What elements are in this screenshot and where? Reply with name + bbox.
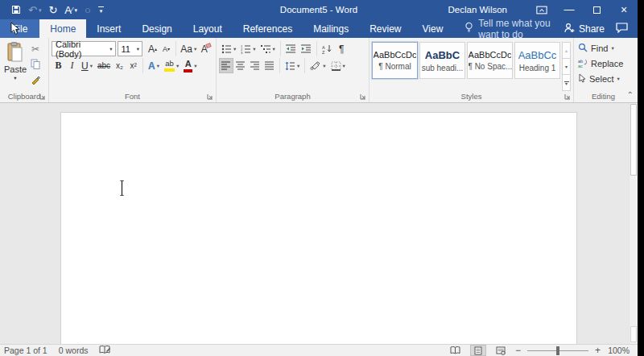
- clipboard-dialog-launcher-icon[interactable]: [39, 93, 46, 100]
- numbering-button[interactable]: 123▾: [238, 41, 258, 56]
- document-page[interactable]: [60, 112, 577, 344]
- statusbar: Page 1 of 1 0 words − + 100%: [0, 344, 638, 356]
- styles-scroll-up-icon[interactable]: ▴: [562, 42, 571, 59]
- paragraph-dialog-launcher-icon[interactable]: [360, 93, 366, 100]
- tab-design[interactable]: Design: [131, 19, 182, 38]
- underline-button[interactable]: U▾: [79, 58, 95, 73]
- copy-icon[interactable]: [28, 57, 43, 71]
- font-family-dropdown-icon[interactable]: ▾: [107, 46, 114, 52]
- comment-icon[interactable]: [616, 23, 628, 35]
- style-sub-heading-name: sub headi...: [422, 64, 464, 72]
- line-spacing-button[interactable]: ▾: [283, 58, 302, 73]
- find-button[interactable]: Find ▾: [576, 40, 630, 56]
- svg-text:3: 3: [241, 51, 243, 54]
- word-count[interactable]: 0 words: [59, 346, 89, 355]
- justify-button[interactable]: [262, 58, 277, 73]
- paste-button[interactable]: Paste ▾: [2, 40, 28, 90]
- style-pen-icon[interactable]: A⁄▾: [64, 5, 77, 15]
- share-button[interactable]: Share: [564, 23, 605, 35]
- font-dialog-launcher-icon[interactable]: [207, 93, 213, 100]
- close-button[interactable]: ×: [610, 0, 638, 19]
- styles-dialog-launcher-icon[interactable]: [564, 93, 571, 100]
- minimize-button[interactable]: —: [555, 0, 583, 19]
- user-name[interactable]: Declan Wilson: [448, 5, 508, 14]
- editing-group-label: Editing: [574, 92, 633, 101]
- italic-button[interactable]: I: [65, 58, 79, 73]
- bold-button[interactable]: B: [52, 58, 65, 73]
- document-area[interactable]: [0, 103, 638, 344]
- scrollbar-thumb[interactable]: [630, 104, 637, 176]
- font-color-button[interactable]: A▾: [181, 58, 199, 73]
- zoom-out-button[interactable]: −: [515, 345, 521, 356]
- zoom-slider[interactable]: [527, 350, 588, 351]
- cut-icon[interactable]: ✂: [28, 42, 43, 56]
- read-mode-icon[interactable]: [448, 345, 464, 356]
- circle-icon[interactable]: ○: [85, 5, 91, 15]
- tab-home[interactable]: Home: [39, 19, 86, 38]
- styles-scroll-down-icon[interactable]: ▾: [562, 58, 571, 75]
- style-no-spacing-preview: AaBbCcDc: [469, 50, 512, 60]
- align-center-button[interactable]: [233, 58, 248, 73]
- superscript-button[interactable]: x²: [126, 58, 140, 73]
- format-painter-icon[interactable]: [28, 72, 43, 86]
- collapse-ribbon-icon[interactable]: ⌃: [627, 90, 634, 99]
- styles-more-icon[interactable]: ▾: [562, 74, 571, 91]
- tab-insert[interactable]: Insert: [86, 19, 131, 38]
- highlight-button[interactable]: ab▾: [162, 58, 181, 73]
- decrease-indent-button[interactable]: [283, 41, 299, 56]
- zoom-percentage[interactable]: 100%: [607, 346, 630, 355]
- style-normal[interactable]: AaBbCcDc ¶ Normal: [372, 42, 418, 79]
- vertical-scrollbar[interactable]: [629, 103, 638, 344]
- align-left-button[interactable]: [219, 58, 233, 73]
- shrink-font-button[interactable]: A▾: [159, 41, 173, 56]
- paste-label: Paste: [4, 64, 27, 74]
- tell-me-box[interactable]: Tell me what you want to do: [464, 19, 564, 38]
- page-count[interactable]: Page 1 of 1: [4, 346, 47, 355]
- web-layout-icon[interactable]: [493, 345, 509, 356]
- subscript-button[interactable]: x₂: [113, 58, 126, 73]
- borders-button[interactable]: ▾: [328, 58, 348, 73]
- align-right-button[interactable]: [248, 58, 262, 73]
- tab-layout[interactable]: Layout: [183, 19, 233, 38]
- select-label: Select: [589, 74, 614, 84]
- tab-view[interactable]: View: [412, 19, 454, 38]
- tab-mailings[interactable]: Mailings: [303, 19, 359, 38]
- zoom-slider-thumb[interactable]: [556, 346, 559, 355]
- change-case-button[interactable]: Aa▾: [179, 41, 199, 56]
- font-family-combo[interactable]: Calibri (Body) ▾: [52, 41, 116, 56]
- tab-file[interactable]: File: [0, 19, 39, 38]
- grow-font-button[interactable]: A▴: [146, 41, 159, 56]
- style-sub-heading[interactable]: AaBbC sub headi...: [419, 42, 465, 79]
- customize-qat-icon[interactable]: ▾: [98, 6, 104, 14]
- tab-references[interactable]: References: [233, 19, 303, 38]
- scrollbar-bottom-button[interactable]: [630, 326, 637, 342]
- show-hide-pilcrow-button[interactable]: ¶: [335, 41, 349, 56]
- font-color-bar: [184, 69, 192, 72]
- save-icon[interactable]: [11, 5, 21, 14]
- shading-button[interactable]: ▾: [308, 58, 328, 73]
- select-button[interactable]: Select ▾: [576, 71, 630, 86]
- text-effects-button[interactable]: A▾: [146, 58, 162, 73]
- ribbon-display-options-icon[interactable]: [528, 0, 555, 19]
- proofing-icon[interactable]: [99, 346, 110, 356]
- strikethrough-button[interactable]: abc: [95, 58, 113, 73]
- increase-indent-button[interactable]: [299, 41, 314, 56]
- restore-button[interactable]: [583, 0, 610, 19]
- font-size-combo[interactable]: 11 ▾: [118, 41, 142, 56]
- tab-review[interactable]: Review: [359, 19, 411, 38]
- share-label: Share: [579, 23, 605, 35]
- sort-button[interactable]: AZ: [320, 41, 335, 56]
- bullets-button[interactable]: ▾: [219, 41, 238, 56]
- print-layout-icon[interactable]: [470, 345, 486, 356]
- undo-icon[interactable]: ↶▾: [28, 5, 41, 15]
- zoom-in-button[interactable]: +: [595, 345, 601, 356]
- font-size-dropdown-icon[interactable]: ▾: [134, 46, 142, 52]
- clear-formatting-button[interactable]: A: [199, 41, 213, 56]
- style-heading-1[interactable]: AaBbCc Heading 1: [514, 42, 560, 79]
- redo-icon[interactable]: ↻: [48, 5, 57, 15]
- multilevel-list-button[interactable]: ▾: [258, 41, 278, 56]
- tab-layout-label: Layout: [193, 23, 222, 35]
- replace-button[interactable]: abac Replace: [576, 56, 630, 71]
- paste-dropdown-icon[interactable]: ▾: [14, 75, 16, 81]
- style-no-spacing[interactable]: AaBbCcDc ¶ No Spac...: [467, 42, 513, 79]
